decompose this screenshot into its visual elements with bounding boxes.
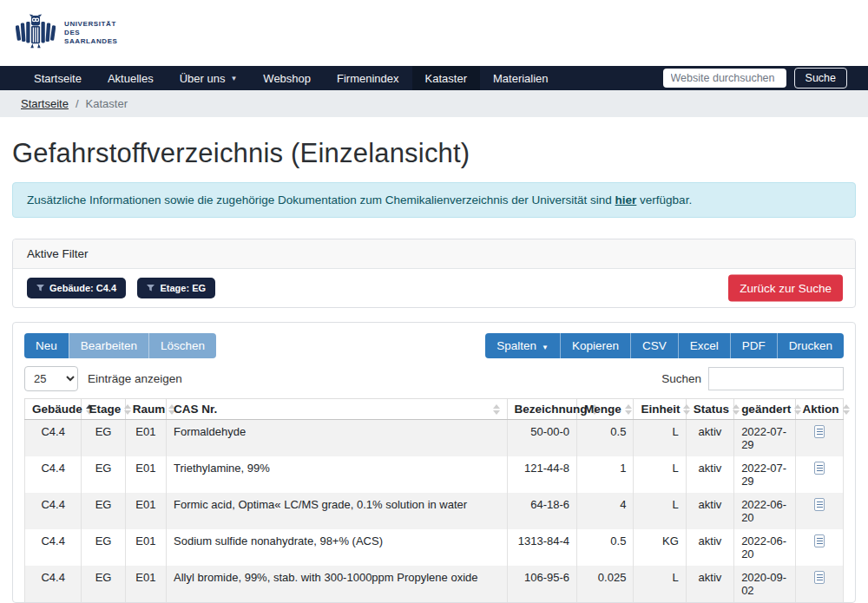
table-row[interactable]: C4.4 EG E01 Triethylamine, 99% 121-44-8 …	[25, 456, 844, 493]
pdf-button[interactable]: PDF	[730, 333, 777, 358]
active-filters-body: Gebäude: C4.4 Etage: EG Zurück zur Suche	[13, 269, 855, 307]
col-header-geaendert[interactable]: geändert	[734, 399, 795, 420]
info-alert-text-after: verfügbar.	[636, 193, 692, 206]
print-button[interactable]: Drucken	[777, 333, 844, 358]
col-header-status[interactable]: Status	[686, 399, 733, 420]
cell-raum: E01	[125, 493, 166, 529]
excel-button[interactable]: Excel	[678, 333, 730, 358]
cell-aktion	[795, 456, 843, 493]
col-header-einheit[interactable]: Einheit	[634, 399, 686, 420]
site-search: Suche	[663, 66, 847, 90]
cell-status: aktiv	[686, 566, 733, 602]
table-row[interactable]: C4.4 EG E01 Allyl bromide, 99%, stab. wi…	[25, 566, 844, 602]
cell-etage: EG	[82, 529, 125, 566]
sort-icon	[794, 404, 801, 415]
info-alert: Zusätzliche Informationen sowie die zuge…	[12, 182, 856, 218]
sort-icon	[625, 404, 632, 415]
edit-button[interactable]: Bearbeiten	[69, 333, 148, 358]
cell-einheit: L	[634, 493, 686, 529]
cell-gebaeude: C4.4	[25, 420, 82, 457]
nav-item-ueber-uns[interactable]: Über uns▼	[167, 66, 251, 90]
cell-aktion	[795, 493, 843, 529]
cell-menge: 0.5	[577, 420, 634, 457]
cell-cas: 50-00-0	[507, 420, 577, 457]
table-row[interactable]: C4.4 EG E01 Sodium sulfide nonahydrate, …	[25, 529, 844, 566]
cell-geaendert: 2020-09-02	[734, 566, 795, 602]
cell-menge: 0.025	[577, 566, 634, 602]
cell-raum: E01	[125, 529, 166, 566]
sort-icon	[843, 404, 850, 415]
cell-menge: 0.5	[577, 529, 634, 566]
nav-item-aktuelles[interactable]: Aktuelles	[95, 66, 167, 90]
active-filters-title: Aktive Filter	[13, 239, 855, 269]
page-length-select[interactable]: 25	[24, 366, 78, 391]
cell-aktion	[795, 420, 843, 457]
delete-button[interactable]: Löschen	[148, 333, 216, 358]
filter-chip-gebaeude[interactable]: Gebäude: C4.4	[27, 278, 126, 298]
cell-cas: 106-95-6	[507, 566, 577, 602]
datatable-toolbar: Neu Bearbeiten Löschen Spalten▼ Kopieren…	[24, 333, 844, 358]
entries-label: Einträge anzeigen	[88, 372, 182, 385]
columns-button[interactable]: Spalten▼	[485, 333, 560, 358]
nav-item-materialien[interactable]: Materialien	[480, 66, 562, 90]
cell-gebaeude: C4.4	[25, 566, 82, 602]
cell-cas: 121-44-8	[507, 456, 577, 493]
nav-item-webshop[interactable]: Webshop	[250, 66, 324, 90]
col-header-raum[interactable]: Raum	[125, 399, 166, 420]
col-header-menge[interactable]: Menge	[577, 399, 634, 420]
cell-etage: EG	[82, 456, 125, 493]
datasheet-icon[interactable]	[814, 425, 825, 438]
datasheet-icon[interactable]	[814, 498, 825, 511]
sort-icon	[683, 404, 690, 415]
university-logo[interactable]: UNIVERSITÄT DES SAARLANDES	[16, 11, 118, 55]
cell-menge: 1	[577, 456, 634, 493]
back-to-search-button[interactable]: Zurück zur Suche	[728, 275, 843, 302]
cell-gebaeude: C4.4	[25, 529, 82, 566]
sort-icon	[733, 404, 740, 415]
nav-items: Startseite Aktuelles Über uns▼ Webshop F…	[21, 66, 663, 90]
csv-button[interactable]: CSV	[630, 333, 678, 358]
nav-item-kataster[interactable]: Kataster	[412, 66, 480, 90]
datatable-card: Neu Bearbeiten Löschen Spalten▼ Kopieren…	[12, 322, 856, 603]
breadcrumb-home-link[interactable]: Startseite	[21, 97, 69, 110]
cell-name: Triethylamine, 99%	[167, 456, 507, 493]
main-navbar: Startseite Aktuelles Über uns▼ Webshop F…	[0, 66, 868, 90]
site-search-input[interactable]	[663, 69, 786, 88]
nav-item-startseite[interactable]: Startseite	[21, 66, 95, 90]
site-search-button[interactable]: Suche	[794, 68, 847, 88]
datasheet-icon[interactable]	[814, 571, 825, 584]
owl-icon	[16, 11, 56, 55]
chevron-down-icon: ▼	[542, 344, 549, 351]
cell-einheit: KG	[634, 529, 686, 566]
col-header-etage[interactable]: Etage	[82, 399, 125, 420]
table-row[interactable]: C4.4 EG E01 Formaldehyde 50-00-0 0.5 L a…	[25, 420, 844, 457]
table-header-row: Gebäude Etage Raum CAS Nr. Bezeichnung M…	[25, 399, 844, 420]
cell-einheit: L	[634, 420, 686, 457]
datasheet-icon[interactable]	[814, 534, 825, 547]
new-button[interactable]: Neu	[24, 333, 69, 358]
page-title: Gefahrstoffverzeichnis (Einzelansicht)	[12, 138, 856, 169]
info-alert-link[interactable]: hier	[615, 193, 637, 206]
col-header-aktion[interactable]: Aktion	[795, 399, 843, 420]
table-row[interactable]: C4.4 EG E01 Formic acid, Optima« LC/MS g…	[25, 493, 844, 529]
copy-button[interactable]: Kopieren	[560, 333, 630, 358]
cell-cas: 64-18-6	[507, 493, 577, 529]
cell-status: aktiv	[686, 493, 733, 529]
nav-item-firmenindex[interactable]: Firmenindex	[324, 66, 412, 90]
datatable-controls: 25 Einträge anzeigen Suchen	[24, 366, 844, 391]
table-search-label: Suchen	[661, 372, 701, 385]
export-button-group: Spalten▼ Kopieren CSV Excel PDF Drucken	[485, 333, 844, 358]
col-header-gebaeude[interactable]: Gebäude	[25, 399, 82, 420]
table-search-input[interactable]	[708, 367, 844, 390]
datasheet-icon[interactable]	[814, 462, 825, 475]
filter-chip-etage[interactable]: Etage: EG	[137, 278, 215, 298]
cell-aktion	[795, 566, 843, 602]
cell-gebaeude: C4.4	[25, 493, 82, 529]
active-filters-card: Aktive Filter Gebäude: C4.4 Etage: EG Zu…	[12, 239, 856, 308]
cell-einheit: L	[634, 566, 686, 602]
col-header-bezeichnung[interactable]: Bezeichnung	[507, 399, 577, 420]
cell-status: aktiv	[686, 529, 733, 566]
cell-geaendert: 2022-07-29	[734, 420, 795, 457]
cell-geaendert: 2022-07-29	[734, 456, 795, 493]
col-header-cas[interactable]: CAS Nr.	[167, 399, 507, 420]
